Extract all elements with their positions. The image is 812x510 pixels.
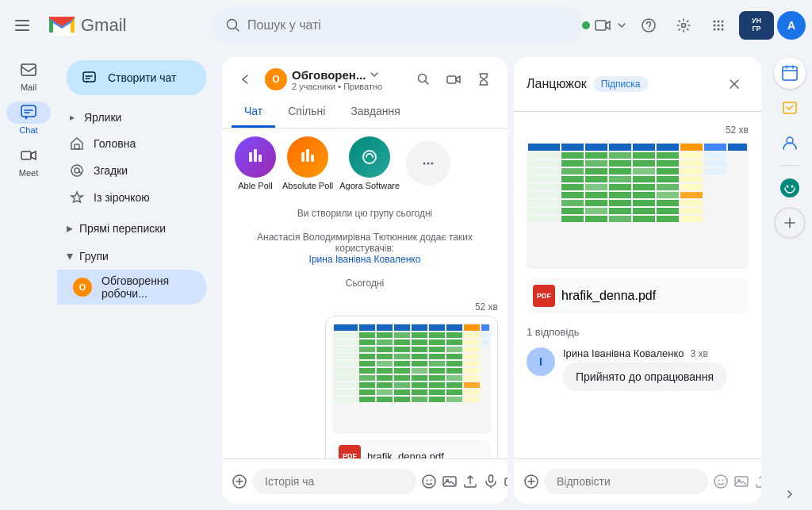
university-profile[interactable]: УНГР А	[739, 11, 806, 40]
chat-input-field[interactable]	[252, 469, 416, 494]
svg-rect-29	[259, 155, 262, 162]
svg-rect-55	[481, 332, 489, 338]
nav-home[interactable]: Головна	[57, 130, 206, 157]
svg-rect-83	[377, 361, 393, 366]
reply-author-row: Ірина Іванівна Коваленко 3 хв	[563, 347, 749, 359]
search-in-chat-icon[interactable]	[409, 65, 438, 94]
svg-rect-71	[446, 347, 462, 352]
svg-rect-92	[394, 368, 410, 374]
svg-rect-212	[680, 216, 703, 222]
status-indicator	[582, 16, 628, 35]
nav-labels-text: Ярлики	[84, 111, 121, 124]
global-topbar: Gmail УНГР	[0, 0, 812, 51]
svg-point-35	[427, 163, 430, 165]
image-icon[interactable]	[442, 469, 458, 494]
thread-add-icon[interactable]	[523, 469, 539, 494]
svg-rect-139	[561, 144, 584, 151]
svg-rect-102	[429, 375, 445, 381]
thread-upload-icon[interactable]	[754, 469, 761, 494]
user-avatar[interactable]: А	[777, 11, 806, 40]
gmail-text: Gmail	[81, 15, 126, 36]
svg-rect-104	[464, 375, 480, 381]
chat-input-bar	[222, 458, 508, 504]
video-icon[interactable]	[504, 469, 508, 494]
add-attachment-icon[interactable]	[232, 469, 247, 494]
svg-rect-150	[609, 152, 631, 159]
rail-tasks-icon[interactable]	[774, 92, 806, 124]
svg-rect-210	[633, 216, 655, 222]
thread-input-field[interactable]	[544, 469, 708, 494]
nav-home-text: Головна	[94, 137, 136, 150]
dropdown-chevron-icon[interactable]	[369, 69, 380, 80]
svg-rect-77	[412, 354, 427, 359]
svg-point-34	[423, 163, 426, 165]
app-agora[interactable]: Agora Software	[339, 136, 400, 190]
message-time-header: 52 хв	[232, 301, 498, 313]
rail-bottom-chevron[interactable]	[783, 488, 796, 504]
video-call-icon[interactable]	[439, 65, 468, 94]
apps-more-button[interactable]	[406, 141, 450, 186]
svg-rect-206	[528, 216, 560, 222]
create-chat-label: Створити чат	[108, 71, 177, 84]
svg-rect-169	[680, 168, 703, 174]
svg-rect-5	[596, 21, 606, 30]
svg-point-12	[714, 25, 716, 27]
tab-chat[interactable]: Чат	[232, 97, 275, 128]
thread-emoji-icon[interactable]	[713, 469, 729, 494]
nav-labels[interactable]: ▸ Ярлики	[57, 105, 206, 130]
tab-tasks[interactable]: Завдання	[338, 97, 413, 128]
svg-rect-181	[609, 184, 631, 190]
sidebar-item-meet[interactable]: Meet	[0, 140, 57, 182]
thread-image-icon[interactable]	[733, 469, 749, 494]
tab-shared[interactable]: Спільні	[275, 97, 338, 128]
create-chat-button[interactable]: Створити чат	[67, 60, 206, 95]
svg-rect-40	[377, 324, 393, 331]
left-edge-nav: Mail Chat Meet	[0, 51, 57, 510]
message-bubble[interactable]: PDF hrafik_denna.pdf	[325, 316, 498, 458]
thread-badge[interactable]: Підписка	[593, 76, 649, 92]
rail-contacts-icon[interactable]	[774, 127, 806, 159]
settings-icon[interactable]	[669, 11, 698, 40]
svg-rect-118	[429, 389, 445, 395]
hourglass-icon[interactable]	[469, 65, 498, 94]
apps-icon[interactable]	[704, 11, 733, 40]
svg-point-215	[718, 480, 720, 481]
nav-starred[interactable]: Із зірочкою	[57, 184, 206, 211]
right-rail	[768, 51, 812, 510]
svg-rect-174	[609, 176, 631, 182]
thread-input-bar	[514, 458, 761, 504]
help-icon[interactable]	[634, 11, 663, 40]
close-thread-icon[interactable]	[720, 70, 749, 98]
active-group-item[interactable]: О Обговорення робочи...	[57, 270, 206, 305]
svg-rect-45	[464, 324, 480, 331]
svg-rect-153	[680, 152, 703, 159]
pdf-attachment[interactable]: PDF hrafik_denna.pdf	[332, 440, 491, 458]
menu-icon[interactable]	[6, 10, 38, 41]
app-able-poll[interactable]: Able Poll	[235, 136, 276, 190]
svg-rect-56	[334, 339, 358, 345]
svg-rect-190	[657, 192, 679, 198]
mic-icon[interactable]	[483, 469, 499, 494]
rail-calendar-icon[interactable]	[774, 57, 806, 89]
svg-rect-146	[728, 144, 747, 151]
search-input[interactable]	[247, 18, 569, 33]
rail-meet-icon[interactable]	[774, 172, 806, 204]
svg-rect-89	[334, 368, 358, 374]
emoji-icon[interactable]	[421, 469, 437, 494]
rail-add-button[interactable]	[774, 207, 806, 239]
video-icon[interactable]	[593, 16, 612, 35]
groups-header[interactable]: ▾ Групи	[57, 242, 216, 270]
sidebar-item-mail[interactable]: Mail	[0, 54, 57, 97]
upload-icon[interactable]	[462, 469, 478, 494]
svg-rect-126	[429, 397, 445, 402]
svg-rect-154	[704, 152, 726, 159]
direct-messages-header[interactable]: ▸ Прямі переписки	[57, 214, 216, 242]
back-button[interactable]	[232, 65, 260, 94]
nav-mentions[interactable]: Згадки	[57, 157, 206, 184]
svg-rect-209	[609, 216, 631, 222]
dropdown-icon[interactable]	[615, 19, 628, 32]
sidebar-item-chat[interactable]: Chat	[0, 97, 57, 140]
svg-rect-46	[481, 324, 489, 331]
thread-pdf-attachment[interactable]: PDF hrafik_denna.pdf	[527, 278, 749, 313]
app-absolute-poll[interactable]: Absolute Poll	[282, 136, 333, 190]
